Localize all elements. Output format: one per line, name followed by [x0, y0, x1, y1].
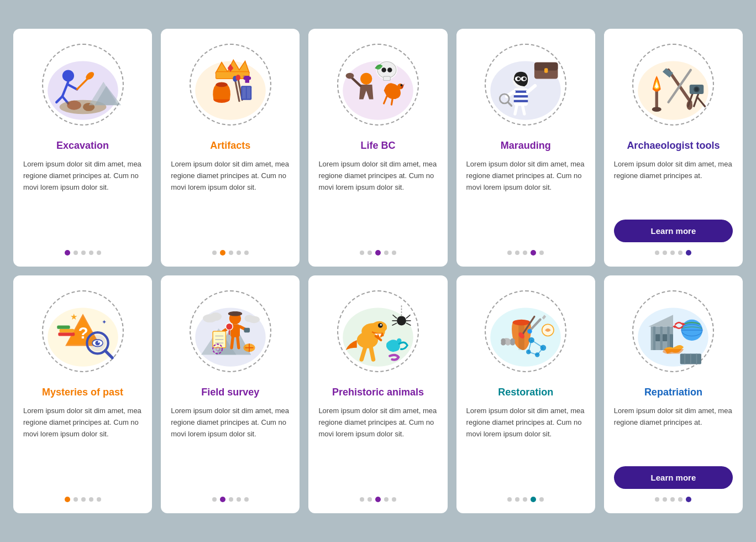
svg-point-69 — [695, 87, 699, 91]
dot-3 — [678, 497, 683, 502]
card-title: Prehistoric animals — [332, 386, 424, 399]
learn-more-button-repatriation[interactable]: Learn more — [614, 466, 733, 489]
dot-0 — [507, 497, 512, 502]
card-grid: Excavation Lorem ipsum dolor sit dim ame… — [13, 29, 743, 513]
dot-4 — [392, 251, 396, 255]
svg-rect-80 — [58, 332, 75, 336]
dot-2 — [523, 251, 527, 255]
dot-1 — [368, 251, 372, 255]
dot-2 — [81, 251, 86, 255]
dot-4 — [244, 497, 249, 502]
svg-point-47 — [523, 77, 526, 80]
card-artifacts: Artifacts Lorem ipsum dolor sit dim amet… — [161, 29, 300, 267]
dot-1 — [220, 497, 225, 502]
card-restoration: Restoration Lorem ipsum dolor sit dim am… — [456, 275, 595, 513]
svg-point-31 — [387, 67, 392, 72]
svg-point-32 — [360, 73, 372, 85]
dot-3 — [531, 497, 536, 502]
svg-point-30 — [381, 67, 386, 72]
svg-point-60 — [652, 107, 662, 112]
card-repatriation: Repatriation Lorem ipsum dolor sit dim a… — [604, 275, 743, 513]
dot-1 — [368, 497, 372, 502]
card-title: Excavation — [56, 139, 109, 152]
card-body: Lorem ipsum dolor sit dim amet, mea regi… — [318, 159, 437, 242]
dot-4 — [392, 497, 396, 502]
svg-rect-49 — [514, 91, 528, 93]
dot-0 — [655, 251, 659, 255]
svg-rect-156 — [653, 327, 655, 351]
dot-4 — [97, 497, 101, 502]
svg-point-140 — [511, 341, 516, 346]
learn-more-button-archaeologist[interactable]: Learn more — [614, 220, 733, 242]
card-title: Archaeologist tools — [627, 139, 720, 152]
dot-2 — [523, 497, 527, 502]
svg-rect-82 — [57, 325, 70, 329]
dot-1 — [663, 251, 667, 255]
dot-4 — [97, 251, 101, 255]
card-marauding: Marauding Lorem ipsum dolor sit dim amet… — [456, 29, 595, 267]
card-body: Lorem ipsum dolor sit dim amet, mea regi… — [23, 405, 142, 489]
svg-line-100 — [238, 337, 239, 348]
dot-3 — [384, 251, 389, 255]
svg-point-46 — [517, 77, 520, 80]
svg-rect-98 — [244, 328, 250, 333]
svg-rect-41 — [544, 68, 548, 73]
card-mysteries: ? ★ ✦ Myster — [13, 275, 152, 513]
svg-text:★: ★ — [70, 312, 77, 321]
svg-point-89 — [210, 312, 222, 321]
card-excavation: Excavation Lorem ipsum dolor sit dim ame… — [13, 29, 152, 267]
dot-3 — [531, 250, 536, 256]
card-dots — [655, 497, 691, 502]
svg-point-79 — [98, 341, 99, 343]
card-body: Lorem ipsum dolor sit dim amet, mea regi… — [466, 405, 585, 489]
card-dots — [212, 250, 249, 256]
card-dots — [65, 250, 101, 256]
card-title: Artifacts — [210, 139, 250, 152]
svg-rect-153 — [656, 334, 661, 341]
dot-3 — [237, 251, 241, 255]
life-bc-icon-area — [331, 38, 425, 132]
card-life-bc: Life BC Lorem ipsum dolor sit dim amet, … — [308, 29, 447, 267]
dot-4 — [686, 250, 691, 256]
dot-4 — [539, 497, 544, 502]
mysteries-icon-area: ? ★ ✦ — [36, 284, 130, 378]
card-dots — [507, 250, 544, 256]
svg-rect-154 — [663, 334, 668, 341]
dot-0 — [507, 251, 512, 255]
svg-marker-14 — [216, 60, 249, 72]
dot-0 — [655, 497, 659, 502]
excavation-icon-area — [36, 38, 130, 132]
dot-2 — [670, 497, 675, 502]
repatriation-icon-area — [626, 284, 720, 378]
card-body: Lorem ipsum dolor sit dim amet, mea regi… — [466, 159, 585, 242]
svg-rect-50 — [514, 95, 528, 97]
svg-rect-29 — [384, 76, 391, 80]
svg-rect-51 — [514, 100, 528, 102]
dot-4 — [244, 251, 249, 255]
dot-2 — [375, 250, 381, 256]
card-dots — [65, 497, 101, 502]
card-body: Lorem ipsum dolor sit dim amet, mea regi… — [23, 159, 142, 242]
dot-3 — [89, 251, 93, 255]
svg-text:⬡: ⬡ — [216, 346, 221, 352]
svg-point-91 — [244, 315, 254, 322]
card-dots — [360, 497, 396, 502]
dot-0 — [360, 497, 364, 502]
prehistoric-animals-icon-area — [331, 284, 425, 378]
marauding-icon-area — [479, 38, 573, 132]
svg-line-99 — [232, 337, 233, 348]
dot-3 — [384, 497, 389, 502]
dot-1 — [220, 250, 225, 256]
artifacts-icon — [183, 38, 277, 132]
repatriation-icon — [626, 284, 720, 378]
dot-0 — [65, 497, 70, 502]
svg-line-57 — [523, 106, 524, 114]
card-dots — [360, 250, 396, 256]
svg-line-56 — [515, 106, 517, 114]
svg-line-119 — [371, 348, 373, 359]
card-archaeologist-tools: Archaeologist tools Lorem ipsum dolor si… — [604, 29, 743, 267]
card-title: Field survey — [201, 386, 259, 399]
dot-2 — [229, 251, 233, 255]
svg-point-22 — [235, 75, 240, 81]
restoration-icon — [479, 284, 573, 378]
